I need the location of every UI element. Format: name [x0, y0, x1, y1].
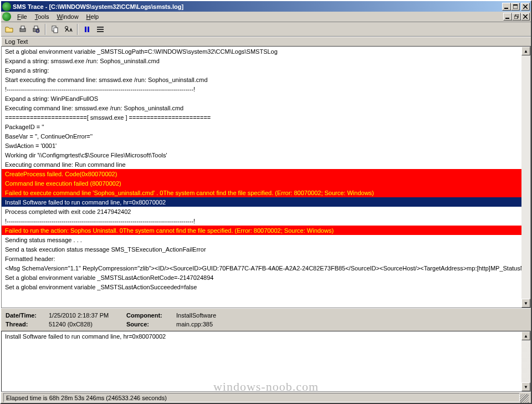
log-line[interactable]: =======================[ smsswd.exe ] ==… [2, 112, 521, 122]
svg-rect-12 [54, 28, 58, 33]
scroll-track[interactable] [521, 55, 530, 299]
svg-rect-5 [514, 16, 518, 19]
statusbar: Elapsed time is 68h 28m 53s 246ms (24653… [1, 392, 531, 403]
main-window: SMS Trace - [C:\WINDOWS\system32\CCM\Log… [0, 0, 532, 404]
print-button[interactable] [17, 23, 29, 35]
svg-rect-15 [88, 27, 89, 32]
value-component: InstallSoftware [176, 311, 216, 320]
log-line[interactable]: Install Software failed to run command l… [2, 197, 521, 207]
log-line[interactable]: Process completed with exit code 2147942… [2, 207, 521, 216]
svg-rect-7 [21, 26, 24, 29]
mdi-minimize-button[interactable] [503, 13, 512, 21]
pause-button[interactable] [81, 23, 93, 35]
label-source: Source: [126, 320, 176, 329]
svg-rect-3 [505, 18, 509, 19]
scroll-up-button[interactable]: ▲ [521, 47, 530, 55]
app-icon [2, 2, 11, 11]
scroll-track[interactable] [521, 340, 530, 382]
minimize-button[interactable] [502, 3, 511, 11]
menubar: File Tools Window Help [1, 12, 531, 22]
scroll-down-button[interactable]: ▼ [521, 382, 530, 391]
open-button[interactable] [3, 23, 16, 35]
scroll-down-button[interactable]: ▼ [521, 299, 530, 308]
list-view-button[interactable] [94, 23, 106, 35]
log-line[interactable]: Executing command line: smsswd.exe /run:… [2, 103, 521, 112]
vertical-scrollbar[interactable]: ▲ ▼ [521, 47, 530, 308]
svg-rect-17 [97, 29, 104, 30]
toolbar [1, 22, 531, 37]
svg-rect-18 [97, 31, 104, 32]
find-button[interactable] [62, 23, 74, 35]
value-datetime: 1/25/2010 2:18:37 PM [49, 311, 126, 320]
column-header-log-text[interactable]: Log Text [1, 37, 531, 47]
label-component: Component: [126, 311, 176, 320]
mdi-document-icon[interactable] [2, 12, 11, 21]
svg-rect-14 [85, 27, 86, 32]
log-line[interactable]: Failed to run the action: Sophos Uninsta… [2, 226, 521, 235]
log-line[interactable]: Set a global environment variable _SMSTS… [2, 273, 521, 282]
log-area: Set a global environment variable _SMSTS… [1, 47, 531, 308]
value-thread: 51240 (0xC828) [49, 320, 126, 329]
log-line[interactable]: Send a task execution status message SMS… [2, 244, 521, 254]
titlebar[interactable]: SMS Trace - [C:\WINDOWS\system32\CCM\Log… [1, 1, 531, 12]
print-preview-button[interactable] [30, 23, 42, 35]
log-line[interactable]: Sending status message . . . [2, 235, 521, 244]
log-line[interactable]: PackageID = '' [2, 122, 521, 131]
svg-rect-9 [34, 26, 38, 29]
svg-rect-2 [513, 4, 518, 6]
log-line[interactable]: Failed to execute command line 'Sophos_u… [2, 188, 521, 197]
message-pane: Install Software failed to run command l… [1, 331, 531, 392]
log-line[interactable]: !---------------------------------------… [2, 84, 521, 94]
log-line[interactable]: Command line execution failed (80070002) [2, 178, 521, 188]
log-line[interactable]: CreateProcess failed. Code(0x80070002) [2, 169, 521, 178]
copy-button[interactable] [49, 23, 61, 35]
svg-point-13 [65, 26, 68, 29]
message-text[interactable]: Install Software failed to run command l… [2, 331, 521, 391]
log-line[interactable]: Executing command line: Run command line [2, 160, 521, 169]
log-line[interactable]: SwdAction = '0001' [2, 141, 521, 150]
maximize-button[interactable] [511, 3, 520, 11]
value-source: main.cpp:385 [176, 320, 213, 329]
svg-rect-16 [97, 27, 104, 28]
log-line[interactable]: BaseVar = '', ContinueOnError='' [2, 131, 521, 141]
mdi-close-button[interactable] [521, 13, 530, 21]
menu-file[interactable]: File [13, 12, 31, 21]
close-button[interactable] [521, 3, 530, 11]
window-title: SMS Trace - [C:\WINDOWS\system32\CCM\Log… [13, 3, 502, 10]
svg-rect-0 [504, 8, 508, 9]
log-line[interactable]: Expand a string: smsswd.exe /run: Sophos… [2, 56, 521, 65]
log-line[interactable]: Start executing the command line: smsswd… [2, 75, 521, 84]
log-line[interactable]: Formatted header: [2, 254, 521, 263]
label-thread: Thread: [6, 320, 49, 329]
toolbar-separator [77, 24, 78, 35]
mdi-restore-button[interactable] [512, 13, 521, 21]
toolbar-separator [45, 24, 46, 35]
log-line[interactable]: <Msg SchemaVersion="1.1" ReplyCompressio… [2, 263, 521, 273]
menu-window[interactable]: Window [53, 12, 82, 21]
log-line[interactable]: Expand a string: WinPEandFullOS [2, 94, 521, 103]
scroll-up-button[interactable]: ▲ [521, 331, 530, 340]
label-datetime: Date/Time: [6, 311, 49, 320]
details-pane: Date/Time: 1/25/2010 2:18:37 PM Componen… [1, 308, 531, 331]
log-line[interactable]: Set a global environment variable _SMSTS… [2, 282, 521, 292]
log-line[interactable]: Set a global environment variable _SMSTS… [2, 47, 521, 56]
log-line[interactable]: Expand a string: [2, 65, 521, 75]
message-scrollbar[interactable]: ▲ ▼ [521, 331, 530, 391]
menu-tools[interactable]: Tools [31, 12, 53, 21]
status-elapsed: Elapsed time is 68h 28m 53s 246ms (24653… [3, 393, 520, 402]
log-lines[interactable]: Set a global environment variable _SMSTS… [2, 47, 521, 308]
log-line[interactable]: !---------------------------------------… [2, 216, 521, 226]
menu-help[interactable]: Help [83, 12, 103, 21]
resize-grip[interactable] [520, 394, 529, 403]
log-line[interactable]: Working dir '\\Configmgrtest\c$\Source F… [2, 150, 521, 160]
